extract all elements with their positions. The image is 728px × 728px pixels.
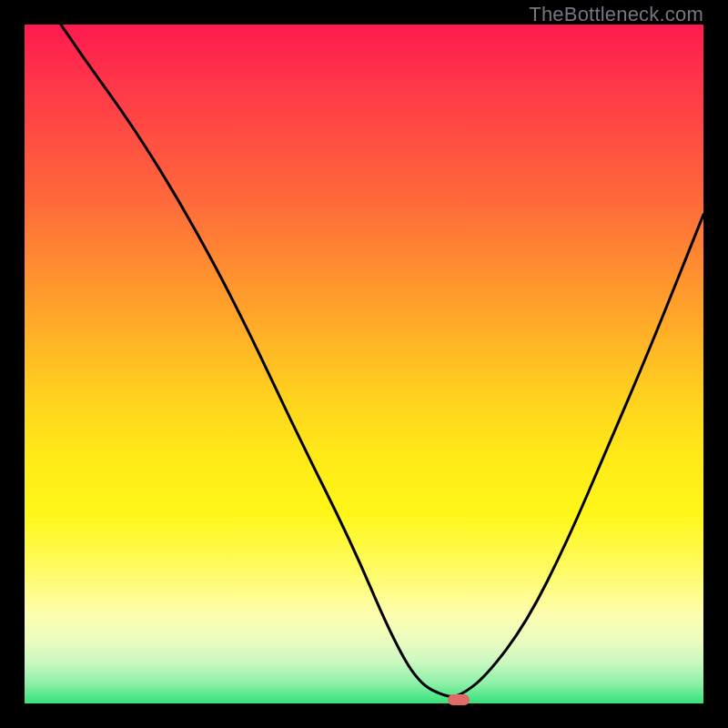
plot-area bbox=[25, 25, 703, 703]
bottleneck-curve bbox=[25, 25, 703, 703]
optimal-marker bbox=[448, 694, 470, 705]
chart-frame: TheBottleneck.com bbox=[0, 0, 728, 728]
attribution-text: TheBottleneck.com bbox=[529, 3, 703, 26]
